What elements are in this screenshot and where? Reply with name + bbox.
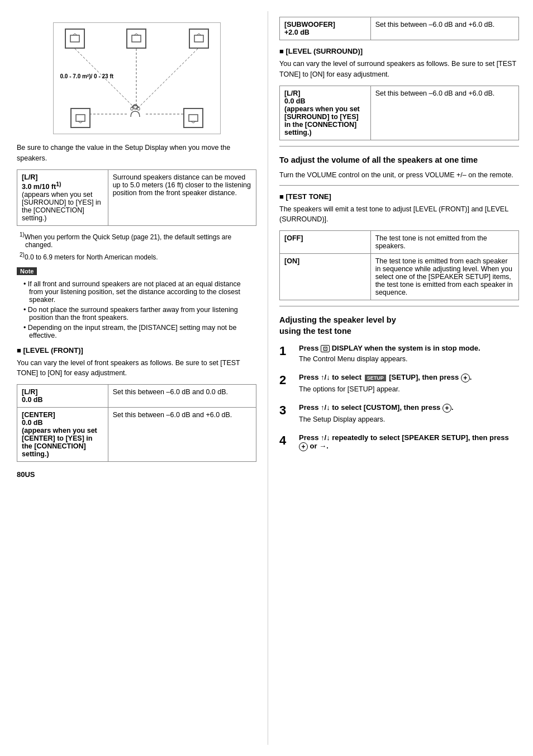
step-1-title: Press ⊡ DISPLAY when the system is in st…	[299, 344, 519, 352]
on-label: [ON]	[284, 257, 299, 265]
step-1: 1 Press ⊡ DISPLAY when the system is in …	[279, 344, 519, 367]
page-container: 0.0 - 7.0 m²)/ 0 - 23 ft Be sure to chan…	[0, 0, 533, 756]
footnote-2: 2)0.0 to 6.9 meters for North American m…	[25, 252, 256, 261]
svg-line-5	[136, 49, 198, 110]
circle-plus-2: +	[461, 374, 470, 382]
display-button-icon: ⊡	[321, 345, 330, 352]
step-1-number: 1	[279, 344, 296, 358]
step-2-number: 2	[279, 373, 296, 388]
step-3: 3 Press ↑/↓ to select [CUSTOM], then pre…	[279, 403, 519, 427]
level-front-table: [L/R]0.0 dB Set this between –6.0 dB and…	[17, 384, 256, 462]
top-right-speaker	[189, 29, 209, 49]
step-3-desc: The Setup Display appears.	[299, 415, 519, 425]
top-left-speaker	[65, 29, 85, 49]
divider-2	[279, 185, 519, 186]
lr-distance-label: [L/R]3.0 m/10 ft1)(appears when you set …	[22, 173, 101, 222]
distance-label: 0.0 - 7.0 m²)/ 0 - 23 ft	[60, 73, 114, 79]
note-box: Note If all front and surround speakers …	[17, 267, 256, 339]
off-label: [OFF]	[284, 234, 303, 242]
subwoofer-table: [SUBWOOFER]+2.0 dB Set this between –6.0…	[279, 17, 519, 40]
speaker-diagram: 0.0 - 7.0 m²)/ 0 - 23 ft	[53, 22, 221, 134]
note-item-2: Do not place the surround speakers farth…	[23, 306, 256, 322]
test-tone-table: [OFF] The test tone is not emitted from …	[279, 230, 519, 300]
footnote-1: 1)When you perform the Quick Setup (page…	[25, 231, 256, 249]
svg-rect-2	[194, 35, 203, 42]
step-3-content: Press ↑/↓ to select [CUSTOM], then press…	[299, 403, 519, 427]
step-2-content: Press ↑/↓ to select SETUP [SETUP], then …	[299, 373, 519, 396]
page-number: 80US	[17, 470, 256, 479]
bottom-right-speaker	[183, 108, 203, 128]
step-2-desc: The options for [SETUP] appear.	[299, 385, 519, 395]
svg-rect-11	[76, 115, 85, 121]
lr-level-label: [L/R]0.0 dB	[22, 388, 43, 404]
bottom-left-speaker	[70, 108, 91, 128]
top-center-speaker	[126, 29, 146, 49]
note-item-3: Depending on the input stream, the [DIST…	[23, 324, 256, 339]
listener-icon	[127, 102, 143, 118]
step-4-number: 4	[279, 433, 296, 448]
level-front-body: You can vary the level of front speakers…	[17, 358, 256, 379]
lr-level-value: Set this between –6.0 dB and 0.0 dB.	[113, 388, 228, 396]
level-surround-table: [L/R]0.0 dB (appears when you set [SURRO…	[279, 86, 519, 140]
step-4: 4 Press ↑/↓ repeatedly to select [SPEAKE…	[279, 433, 519, 453]
step-4-content: Press ↑/↓ repeatedly to select [SPEAKER …	[299, 433, 519, 453]
svg-rect-12	[189, 115, 198, 121]
step-1-desc: The Control Menu display appears.	[299, 355, 519, 365]
svg-rect-0	[70, 35, 79, 42]
level-surround-header: [LEVEL (SURROUND)]	[279, 47, 519, 55]
surround-lr-sublabel: (appears when you set [SURROUND] to [YES…	[284, 105, 360, 136]
adjusting-heading: Adjusting the speaker level byusing the …	[279, 314, 519, 337]
note-label: Note	[17, 267, 37, 275]
center-level-value: Set this between –6.0 dB and +6.0 dB.	[113, 411, 232, 419]
lr-distance-value: Surround speakers distance can be moved …	[113, 173, 251, 197]
adjust-volume-heading: To adjust the volume of all the speakers…	[279, 154, 519, 166]
subwoofer-label: [SUBWOOFER]+2.0 dB	[284, 21, 335, 36]
test-tone-body: The speakers will emit a test tone to ad…	[279, 204, 519, 225]
svg-point-8	[133, 105, 137, 109]
circle-plus-4: +	[299, 442, 308, 451]
subwoofer-value: Set this between –6.0 dB and +6.0 dB.	[375, 21, 495, 29]
note-item-1: If all front and surround speakers are n…	[23, 280, 256, 304]
distance-table: [L/R]3.0 m/10 ft1)(appears when you set …	[17, 169, 256, 226]
step-4-title: Press ↑/↓ repeatedly to select [SPEAKER …	[299, 433, 519, 451]
step-1-content: Press ⊡ DISPLAY when the system is in st…	[299, 344, 519, 367]
divider-3	[279, 306, 519, 306]
level-surround-body: You can vary the level of surround speak…	[279, 59, 519, 80]
step-2: 2 Press ↑/↓ to select SETUP [SETUP], the…	[279, 373, 519, 396]
step-3-number: 3	[279, 403, 296, 418]
center-level-sublabel: (appears when you set [CENTER] to [YES] …	[22, 427, 97, 458]
test-tone-header: [TEST TONE]	[279, 192, 519, 201]
step-3-title: Press ↑/↓ to select [CUSTOM], then press…	[299, 403, 519, 413]
on-value: The test tone is emitted from each speak…	[375, 257, 513, 296]
adjust-volume-body: Turn the VOLUME control on the unit, or …	[279, 170, 519, 181]
intro-text: Be sure to change the value in the Setup…	[17, 143, 256, 164]
level-front-header: [LEVEL (FRONT)]	[17, 346, 256, 355]
divider-1	[279, 146, 519, 147]
off-value: The test tone is not emitted from the sp…	[375, 234, 487, 250]
left-column: 0.0 - 7.0 m²)/ 0 - 23 ft Be sure to chan…	[0, 11, 268, 745]
circle-plus-3: +	[442, 404, 451, 413]
surround-lr-label: [L/R]0.0 dB	[284, 89, 306, 105]
right-column: [SUBWOOFER]+2.0 dB Set this between –6.0…	[268, 11, 533, 745]
surround-lr-value: Set this between –6.0 dB and +6.0 dB.	[375, 89, 495, 97]
svg-rect-1	[132, 35, 141, 42]
center-level-label: [CENTER]0.0 dB	[22, 411, 55, 427]
step-2-title: Press ↑/↓ to select SETUP [SETUP], then …	[299, 373, 519, 382]
setup-icon: SETUP	[365, 375, 386, 381]
